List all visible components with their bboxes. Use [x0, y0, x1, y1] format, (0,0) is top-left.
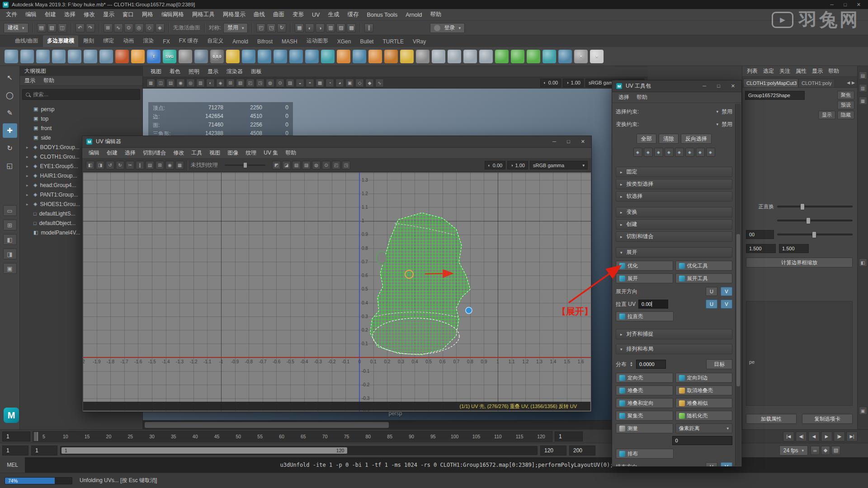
render-current-frame-icon[interactable]: ◐	[305, 23, 314, 33]
fps-dropdown[interactable]: 24 fps▾	[779, 446, 808, 455]
expand-icon[interactable]: ▸	[26, 192, 31, 197]
uv-shell-mesh[interactable]	[83, 173, 591, 411]
orient-shells-button[interactable]: 定向壳	[616, 373, 673, 383]
playback-loop-icon[interactable]: ∞	[811, 446, 820, 455]
select-camera-icon[interactable]: ▦	[146, 79, 155, 87]
shelf-tab[interactable]: MASH	[278, 37, 302, 47]
select-all-button[interactable]: 全部	[637, 134, 656, 144]
poly-sphere-icon[interactable]	[5, 50, 18, 63]
outliner-item[interactable]: ▸ ▣ persp	[20, 104, 142, 114]
uv-vertex-mode-icon[interactable]: ◈	[633, 148, 642, 157]
uv-sphere-icon[interactable]	[226, 50, 240, 63]
outliner-item[interactable]: ▸ ▣ front	[20, 123, 142, 133]
rotate-cw-icon[interactable]: ↻	[116, 161, 124, 169]
go-to-start-button[interactable]: |◀	[783, 432, 794, 441]
shelf-tab[interactable]: 多边形建模	[43, 35, 78, 47]
open-render-view-icon[interactable]: ▦	[295, 23, 304, 33]
distribute-target-button[interactable]: 目标	[706, 359, 732, 369]
snap-to-point-icon[interactable]: ⊙	[124, 23, 133, 33]
dof-icon[interactable]: ▣	[345, 79, 354, 87]
safe-title-icon[interactable]: ◳	[256, 79, 264, 87]
section-align-snap-header[interactable]: ▸对齐和捕捉	[616, 329, 732, 339]
menu-item[interactable]: Arnold	[401, 12, 426, 18]
outliner-item[interactable]: ▸ ▣ top	[20, 114, 142, 123]
menu-item[interactable]: 显示	[99, 11, 118, 19]
colorspace-dropdown[interactable]: sRGB gamma▾	[530, 161, 588, 169]
menu-item[interactable]: 曲面	[269, 11, 288, 19]
show-button[interactable]: 显示	[818, 111, 835, 119]
distribute-value-field[interactable]: 0.0000	[636, 360, 666, 369]
layout-button[interactable]: 排布	[616, 449, 674, 459]
slider-handle[interactable]	[812, 231, 816, 238]
xray-icon[interactable]: ◆	[365, 79, 374, 87]
menu-item[interactable]: 缓存	[343, 11, 363, 19]
bridge-icon[interactable]	[416, 50, 429, 63]
target-weld-icon[interactable]	[448, 50, 461, 63]
menu-item[interactable]: 变形	[288, 11, 308, 19]
outliner-menu-item[interactable]: 帮助	[43, 77, 54, 84]
gamma-field[interactable]: ◑1.00	[563, 79, 584, 87]
save-scene-icon[interactable]: ◫	[58, 23, 67, 33]
uv-editor-menu-item[interactable]: 编辑	[85, 149, 103, 157]
single-pane-layout-button[interactable]: ▭	[3, 205, 17, 216]
bbox-scale-u-field[interactable]: 1.500	[746, 244, 776, 253]
pause-evaluation-icon[interactable]: ∥	[364, 23, 373, 33]
shelf-tab[interactable]: 运动图形	[302, 35, 332, 47]
frame-selected-icon[interactable]: ◳	[342, 161, 350, 169]
insert-edge-loop-icon[interactable]	[463, 50, 477, 63]
checker-icon[interactable]: ▧	[292, 161, 301, 169]
straighten-shells-button[interactable]: 拉直壳	[616, 311, 674, 321]
toolkit-section-header[interactable]: ▸创建	[616, 219, 732, 230]
uv-grid-canvas[interactable]: -2-1.9-1.8-1.7-1.6-1.5-1.4-1.3-1.2-1.1-1…	[83, 173, 591, 411]
snap-to-curve-icon[interactable]: ∿	[114, 23, 123, 33]
menu-item[interactable]: Bonus Tools	[363, 12, 401, 18]
frame-all-icon[interactable]: ◰	[332, 161, 340, 169]
attribute-editor-menu-item[interactable]: 关注	[777, 67, 793, 75]
tab-poly-node[interactable]: CLOTH1:poly	[798, 79, 835, 87]
viewport-menu-item[interactable]: 着色	[165, 68, 184, 75]
mel-toggle-button[interactable]: MEL	[0, 457, 25, 473]
uv-toolkit-titlebar[interactable]: M UV 工具包 ─ □ ✕	[612, 80, 741, 92]
toolkit-section-header[interactable]: ▸固定	[616, 167, 732, 177]
clear-selection-button[interactable]: 清除	[659, 134, 679, 144]
maximize-button[interactable]: □	[567, 139, 570, 145]
playback-start-field[interactable]: 1	[31, 446, 57, 455]
presets-button[interactable]: 预设	[837, 101, 854, 109]
poly-torus-icon[interactable]	[68, 50, 81, 63]
align-tool-icon[interactable]	[194, 50, 208, 63]
new-scene-icon[interactable]: ▤	[37, 23, 46, 33]
poly-extrude-icon[interactable]	[384, 50, 398, 63]
select-constraint-dropdown[interactable]: ▾禁用	[716, 108, 732, 116]
unfold-uv-icon[interactable]: ▤	[146, 161, 154, 169]
uv-face-mode-icon[interactable]: ◈	[654, 148, 663, 157]
uv-editor-menu-item[interactable]: 选择	[121, 149, 139, 157]
orient-to-edges-button[interactable]: 定向到边	[675, 373, 733, 383]
step-forward-frame-button[interactable]: |▶	[834, 432, 845, 441]
sew-uv-icon[interactable]: ∥	[136, 161, 144, 169]
menu-set-selector[interactable]: 建模▾	[4, 23, 28, 33]
ao-icon[interactable]: ▩	[316, 79, 324, 87]
uv-toolkit-menu-item[interactable]: 帮助	[633, 94, 651, 101]
bbox-scale-v-field[interactable]: 1.500	[779, 244, 809, 253]
node-name-field[interactable]: Group16572Shape	[745, 91, 805, 100]
display-image-icon[interactable]: ◩	[272, 161, 281, 169]
layout-v-button[interactable]: V	[721, 462, 732, 466]
unstack-shells-button[interactable]: 取消堆叠壳	[675, 385, 733, 395]
joints-xray-icon[interactable]: ∿	[375, 79, 384, 87]
poly-pipe-icon[interactable]	[99, 50, 113, 63]
poly-cone-icon[interactable]	[52, 50, 66, 63]
exposure-field[interactable]: ◐0.00	[540, 79, 561, 87]
time-slider[interactable]: 5101520253035404550556065707580859095100…	[33, 431, 552, 442]
menu-item[interactable]: 曲线	[250, 11, 269, 19]
flip-u-icon[interactable]: ◧	[86, 161, 94, 169]
straighten-u-button[interactable]: U	[706, 300, 717, 309]
uv-editor-menu-item[interactable]: 创建	[103, 149, 121, 157]
snap-to-view-plane-icon[interactable]: ◇	[145, 23, 154, 33]
uv-editor-menu-item[interactable]: 切割/缝合	[139, 149, 170, 157]
soft-select-handle[interactable]	[466, 307, 472, 314]
measure-mode-dropdown[interactable]: 像素距离▾	[675, 423, 733, 433]
uv-editor-menu-item[interactable]: 工具	[188, 149, 206, 157]
section-arrange-layout-header[interactable]: ▾排列和布局	[616, 344, 732, 354]
safe-action-icon[interactable]: ◰	[246, 79, 255, 87]
minimize-button[interactable]: ─	[552, 139, 556, 145]
